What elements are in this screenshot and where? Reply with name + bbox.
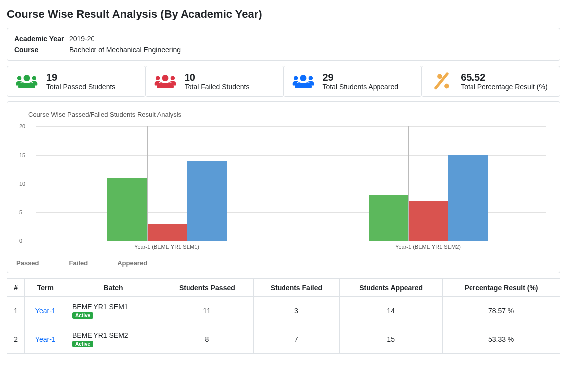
th-failed: Students Failed	[253, 279, 339, 297]
stat-passed: 19 Total Passed Students	[7, 66, 146, 97]
academic-year-label: Academic Year	[14, 35, 69, 43]
page-title: Course Wise Result Analysis (By Academic…	[7, 8, 560, 21]
stat-appeared-label: Total Students Appeared	[323, 83, 399, 91]
bar-passed[interactable]	[369, 195, 408, 241]
course-value: Bachelor of Mechanical Engineering	[69, 46, 181, 54]
stat-percentage: 65.52 Total Percentage Result (%)	[421, 66, 560, 97]
legend-failed[interactable]: Failed	[69, 259, 88, 267]
legend-appeared[interactable]: Appeared	[117, 259, 147, 267]
cell-pct: 78.57 %	[443, 297, 560, 325]
bar-appeared[interactable]	[187, 161, 227, 241]
users-icon	[152, 71, 179, 91]
percent-icon	[428, 71, 455, 91]
cell-pct: 53.33 %	[443, 325, 560, 354]
course-label: Course	[14, 46, 69, 54]
cell-idx: 1	[7, 297, 25, 325]
stat-appeared-value: 29	[323, 72, 399, 83]
cell-failed: 3	[253, 297, 339, 325]
cell-term[interactable]: Year-1	[25, 325, 66, 354]
cell-batch: BEME YR1 SEM1Active	[66, 297, 161, 325]
th-passed: Students Passed	[161, 279, 254, 297]
cell-passed: 8	[161, 325, 254, 354]
cell-appeared: 14	[340, 297, 443, 325]
cell-idx: 2	[7, 325, 25, 354]
chart-panel: Course Wise Passed/Failed Students Resul…	[7, 101, 560, 273]
result-table: # Term Batch Students Passed Students Fa…	[7, 278, 560, 354]
table-row: 1Year-1BEME YR1 SEM1Active1131478.57 %	[7, 297, 560, 325]
x-tick: Year-1 (BEME YR1 SEM1)	[134, 244, 199, 250]
users-icon	[290, 71, 317, 91]
x-tick: Year-1 (BEME YR1 SEM2)	[395, 244, 461, 250]
th-pct: Percentage Result (%)	[443, 279, 560, 297]
stat-appeared: 29 Total Students Appeared	[284, 66, 422, 97]
chart-title: Course Wise Passed/Failed Students Resul…	[28, 111, 551, 118]
stat-failed-value: 10	[185, 72, 250, 83]
bar-chart[interactable]: 05101520Year-1 (BEME YR1 SEM1)Year-1 (BE…	[36, 126, 546, 241]
users-icon	[13, 71, 40, 91]
th-term: Term	[25, 279, 66, 297]
stat-passed-value: 19	[46, 72, 115, 83]
cell-batch: BEME YR1 SEM2Active	[66, 325, 161, 354]
cell-passed: 11	[161, 297, 254, 325]
stat-failed: 10 Total Failed Students	[145, 66, 284, 97]
th-appeared: Students Appeared	[340, 279, 443, 297]
stat-failed-label: Total Failed Students	[185, 83, 250, 91]
bar-passed[interactable]	[107, 178, 147, 241]
academic-year-value: 2019-20	[69, 35, 94, 43]
th-idx: #	[7, 279, 25, 297]
chart-legend: Passed Failed Appeared	[16, 259, 551, 267]
stat-percentage-label: Total Percentage Result (%)	[461, 83, 547, 91]
bar-failed[interactable]	[147, 224, 187, 241]
legend-passed[interactable]: Passed	[16, 259, 39, 267]
stat-passed-label: Total Passed Students	[46, 83, 115, 91]
stat-row: 19 Total Passed Students 10 Total Failed…	[7, 66, 560, 97]
th-batch: Batch	[66, 279, 161, 297]
bar-failed[interactable]	[408, 201, 448, 241]
y-tick: 20	[19, 123, 546, 129]
stat-percentage-value: 65.52	[461, 72, 547, 83]
cell-failed: 7	[253, 325, 339, 354]
cell-term[interactable]: Year-1	[25, 297, 66, 325]
bar-appeared[interactable]	[448, 155, 488, 241]
info-panel: Academic Year 2019-20 Course Bachelor of…	[7, 28, 560, 61]
cell-appeared: 15	[340, 325, 443, 354]
table-row: 2Year-1BEME YR1 SEM2Active871553.33 %	[7, 325, 560, 354]
